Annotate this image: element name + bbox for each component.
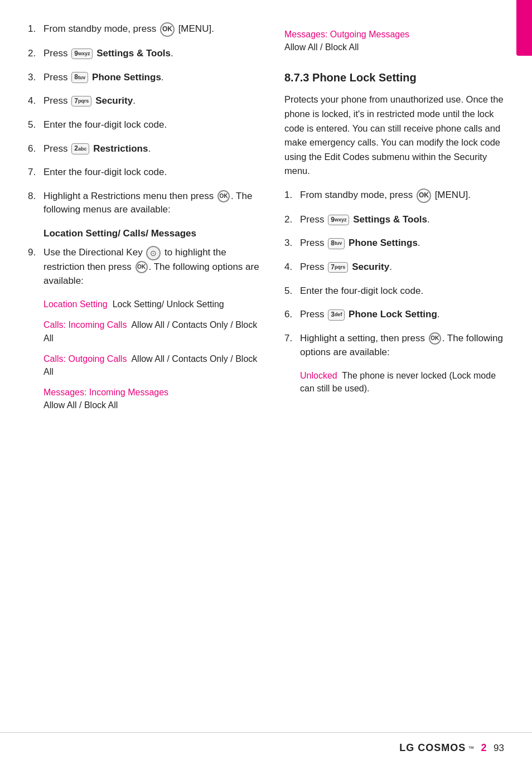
list-item-8: 8. Highlight a Restrictions menu then pr…: [28, 190, 262, 217]
ok-icon: OK: [217, 190, 230, 202]
messages-incoming-label: Messages: Incoming Messages: [43, 388, 168, 397]
unlocked-label: Unlocked: [300, 371, 337, 380]
list-content: Press 7pqrs Security.: [43, 94, 262, 108]
list-num: 4.: [284, 260, 300, 274]
right-list-item-1: 1. From standby mode, press OK [MENU].: [284, 188, 504, 203]
right-list-item-3: 3. Press 8tuv Phone Settings.: [284, 236, 504, 250]
key-7-badge: 7pqrs: [71, 96, 91, 106]
list-num: 2.: [28, 47, 43, 61]
key-9-badge-r: 9wxyz: [328, 215, 349, 225]
ok-icon-9: OK: [136, 261, 148, 273]
ok-icon-r7: OK: [429, 332, 441, 345]
list-num: 1.: [28, 22, 43, 36]
directional-key-icon: ⊙: [146, 246, 161, 260]
right-list-item-6: 6. Press 3def Phone Lock Setting.: [284, 308, 504, 322]
list-content: Press 8tuv Phone Settings.: [43, 71, 262, 85]
phone-lock-setting-heading: 8.7.3 Phone Lock Setting: [284, 70, 504, 85]
footer-number: 2: [481, 742, 487, 754]
list-num: 2.: [284, 213, 300, 227]
key-8-badge-r: 8tuv: [328, 238, 345, 249]
footer-tm: ™: [468, 745, 474, 752]
key-8-badge: 8tuv: [71, 72, 88, 83]
list-item: 5. Enter the four-digit lock code.: [28, 118, 262, 132]
key-2-badge: 2abc: [71, 143, 89, 154]
messages-outgoing-line: Messages: Outgoing Messages Allow All / …: [284, 28, 504, 54]
list-num: 5.: [28, 118, 43, 132]
footer-page: 93: [494, 743, 504, 754]
list-item: 2. Press 9wxyz Settings & Tools.: [28, 47, 262, 61]
bottom-divider: [0, 732, 532, 733]
footer-brand: LG COSMOS: [399, 742, 466, 754]
page-container: 1. From standby mode, press OK [MENU]. 2…: [0, 0, 532, 765]
location-setting-label: Location Setting: [43, 299, 108, 309]
calls-incoming-label: Calls: Incoming Calls: [43, 320, 127, 330]
calls-outgoing-label: Calls: Outgoing Calls: [43, 354, 127, 364]
settings-sub-list: Location Setting Lock Setting/ Unlock Se…: [43, 298, 262, 411]
list-num: 1.: [284, 188, 300, 202]
list-num: 5.: [284, 284, 300, 298]
list-item: 1. From standby mode, press OK [MENU].: [28, 22, 262, 37]
right-list-item-7: 7. Highlight a setting, then press OK. T…: [284, 332, 504, 359]
list-num: 7.: [284, 332, 300, 346]
list-content-7: Enter the four-digit lock code.: [43, 166, 262, 180]
left-column: 1. From standby mode, press OK [MENU]. 2…: [28, 22, 262, 420]
list-content-5: Enter the four-digit lock code.: [43, 118, 262, 132]
ok-button-icon: OK: [160, 22, 175, 37]
messages-outgoing-label: Messages: Outgoing Messages: [284, 30, 409, 39]
key-7-badge-r: 7pqrs: [328, 262, 348, 273]
list-content-8: Highlight a Restrictions menu then press…: [43, 190, 262, 217]
list-num: 8.: [28, 190, 43, 204]
list-num: 9.: [28, 246, 43, 260]
pink-tab: [516, 0, 532, 56]
list-num: 3.: [284, 236, 300, 250]
unlocked-sub-section: Unlocked The phone is never locked (Lock…: [300, 369, 504, 395]
list-content: From standby mode, press OK [MENU].: [43, 22, 262, 37]
footer: LG COSMOS™ 2 93: [399, 742, 504, 754]
list-content-r5: Enter the four-digit lock code.: [300, 284, 504, 298]
list-content-r7: Highlight a setting, then press OK. The …: [300, 332, 504, 359]
calls-incoming-line: Calls: Incoming Calls Allow All / Contac…: [43, 318, 262, 344]
messages-incoming-line: Messages: Incoming MessagesAllow All / B…: [43, 386, 262, 411]
key-3-badge-r: 3def: [328, 309, 345, 320]
list-num: 4.: [28, 94, 43, 108]
list-content: Press 3def Phone Lock Setting.: [300, 308, 504, 322]
messages-outgoing-text: Allow All / Block All: [284, 42, 359, 52]
list-content: Press 9wxyz Settings & Tools.: [300, 213, 504, 227]
right-list-item-4: 4. Press 7pqrs Security.: [284, 260, 504, 274]
list-content: From standby mode, press OK [MENU].: [300, 188, 504, 203]
list-num: 3.: [28, 71, 43, 85]
list-content: Press 7pqrs Security.: [300, 260, 504, 274]
list-content: Press 8tuv Phone Settings.: [300, 236, 504, 250]
list-content: Press 9wxyz Settings & Tools.: [43, 47, 262, 61]
location-setting-line: Location Setting Lock Setting/ Unlock Se…: [43, 298, 262, 311]
list-content-9: Use the Directional Key ⊙ to highlight t…: [43, 246, 262, 288]
list-item-9: 9. Use the Directional Key ⊙ to highligh…: [28, 246, 262, 288]
phone-lock-setting-body: Protects your phone from unauthorized us…: [284, 93, 504, 178]
right-list-item-2: 2. Press 9wxyz Settings & Tools.: [284, 213, 504, 227]
right-column: Messages: Outgoing Messages Allow All / …: [284, 22, 504, 420]
key-9-badge: 9wxyz: [71, 49, 93, 59]
content-columns: 1. From standby mode, press OK [MENU]. 2…: [28, 22, 504, 420]
unlocked-line: Unlocked The phone is never locked (Lock…: [300, 369, 504, 395]
list-item: 7. Enter the four-digit lock code.: [28, 166, 262, 180]
list-item: 4. Press 7pqrs Security.: [28, 94, 262, 108]
list-num: 6.: [284, 308, 300, 322]
calls-outgoing-line: Calls: Outgoing Calls Allow All / Contac…: [43, 352, 262, 378]
list-item: 6. Press 2abc Restrictions.: [28, 142, 262, 156]
list-content: Press 2abc Restrictions.: [43, 142, 262, 156]
sub-section-heading: Location Setting/ Calls/ Messages: [43, 227, 262, 240]
ok-button-icon-r: OK: [417, 188, 431, 203]
list-item: 3. Press 8tuv Phone Settings.: [28, 71, 262, 85]
location-calls-messages-heading: Location Setting/ Calls/ Messages: [43, 227, 262, 240]
right-list-item-5: 5. Enter the four-digit lock code.: [284, 284, 504, 298]
list-num: 6.: [28, 142, 43, 156]
list-num: 7.: [28, 166, 43, 180]
